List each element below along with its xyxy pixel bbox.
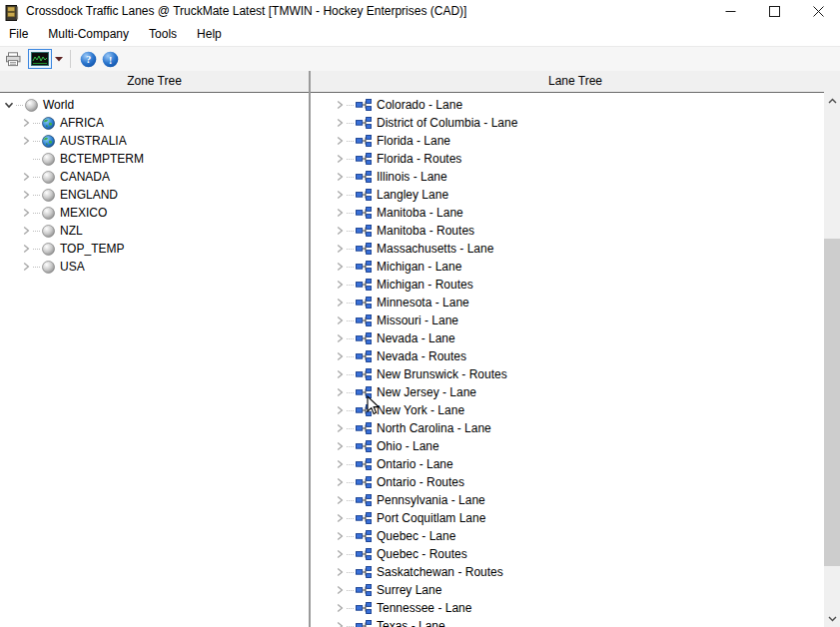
- tree-item[interactable]: Michigan - Routes: [311, 276, 824, 294]
- tree-item[interactable]: Missouri - Lane: [311, 312, 824, 329]
- tree-connector: [347, 590, 354, 591]
- minimize-button[interactable]: [708, 0, 752, 22]
- tree-item[interactable]: AUSTRALIA: [0, 132, 309, 150]
- tree-item[interactable]: Manitoba - Routes: [311, 222, 824, 240]
- chevron-right-icon[interactable]: [19, 226, 33, 236]
- tree-item[interactable]: ENGLAND: [0, 186, 309, 204]
- scrollbar-track[interactable]: [824, 109, 840, 610]
- globe-gray-icon: [42, 153, 55, 166]
- tree-item[interactable]: MEXICO: [0, 204, 309, 222]
- tree-item[interactable]: Tennessee - Lane: [311, 599, 824, 617]
- chevron-right-icon[interactable]: [19, 244, 33, 254]
- chevron-right-icon[interactable]: [333, 262, 347, 272]
- chevron-right-icon[interactable]: [333, 387, 347, 397]
- chevron-right-icon[interactable]: [333, 423, 347, 433]
- menu-help[interactable]: Help: [187, 22, 232, 46]
- chevron-right-icon[interactable]: [333, 315, 347, 325]
- chevron-right-icon[interactable]: [333, 477, 347, 487]
- tree-item[interactable]: CANADA: [0, 168, 309, 186]
- chevron-right-icon[interactable]: [333, 136, 347, 146]
- tree-item[interactable]: Ontario - Lane: [311, 455, 824, 473]
- report-selector-button[interactable]: [28, 49, 52, 69]
- chevron-right-icon[interactable]: [19, 118, 33, 128]
- chevron-right-icon[interactable]: [333, 190, 347, 200]
- tree-item[interactable]: Michigan - Lane: [311, 258, 824, 276]
- tree-item[interactable]: New York - Lane: [311, 401, 824, 419]
- tree-item[interactable]: Pennsylvania - Lane: [311, 491, 824, 509]
- chevron-right-icon[interactable]: [333, 549, 347, 559]
- tree-item[interactable]: Massachusetts - Lane: [311, 240, 824, 258]
- tree-item[interactable]: Port Coquitlam Lane: [311, 509, 824, 527]
- chevron-right-icon[interactable]: [333, 298, 347, 308]
- scroll-up-button[interactable]: [824, 92, 840, 109]
- chevron-right-icon[interactable]: [333, 100, 347, 110]
- chevron-right-icon[interactable]: [19, 190, 33, 200]
- tree-item[interactable]: New Brunswick - Routes: [311, 365, 824, 383]
- tree-item[interactable]: North Carolina - Lane: [311, 419, 824, 437]
- tree-item[interactable]: Colorado - Lane: [311, 96, 824, 114]
- report-dropdown-button[interactable]: [52, 48, 66, 70]
- chevron-down-icon[interactable]: [2, 100, 16, 110]
- chevron-right-icon[interactable]: [19, 172, 33, 182]
- scroll-down-button[interactable]: [824, 610, 840, 627]
- chevron-right-icon[interactable]: [333, 459, 347, 469]
- chevron-right-icon[interactable]: [333, 280, 347, 290]
- tree-item[interactable]: Minnesota - Lane: [311, 294, 824, 312]
- tree-item[interactable]: BCTEMPTERM: [0, 150, 309, 168]
- tree-item[interactable]: World: [0, 96, 309, 114]
- scrollbar-thumb[interactable]: [824, 239, 840, 566]
- tree-item[interactable]: Ohio - Lane: [311, 437, 824, 455]
- tree-item[interactable]: TOP_TEMP: [0, 240, 309, 258]
- chevron-right-icon[interactable]: [333, 603, 347, 613]
- menu-tools[interactable]: Tools: [139, 22, 187, 46]
- chevron-right-icon[interactable]: [19, 262, 33, 272]
- close-button[interactable]: [796, 0, 840, 22]
- tree-item[interactable]: USA: [0, 258, 309, 276]
- chevron-right-icon[interactable]: [333, 172, 347, 182]
- chevron-right-icon[interactable]: [333, 405, 347, 415]
- tree-item[interactable]: AFRICA: [0, 114, 309, 132]
- tree-item[interactable]: Langley Lane: [311, 186, 824, 204]
- vertical-scrollbar[interactable]: [824, 92, 840, 627]
- chevron-right-icon[interactable]: [333, 244, 347, 254]
- lane-network-icon: [356, 512, 372, 524]
- chevron-right-icon[interactable]: [333, 333, 347, 343]
- chevron-right-icon[interactable]: [333, 351, 347, 361]
- print-button[interactable]: [2, 48, 24, 70]
- tree-item[interactable]: Florida - Routes: [311, 150, 824, 168]
- tree-item[interactable]: Quebec - Lane: [311, 527, 824, 545]
- chevron-right-icon[interactable]: [333, 621, 347, 627]
- chevron-right-icon[interactable]: [19, 136, 33, 146]
- menu-multi-company[interactable]: Multi-Company: [38, 22, 139, 46]
- tree-item[interactable]: Manitoba - Lane: [311, 204, 824, 222]
- tree-item[interactable]: Florida - Lane: [311, 132, 824, 150]
- tree-item[interactable]: Texas - Lane: [311, 617, 824, 627]
- tree-connector: [347, 500, 354, 501]
- chevron-right-icon[interactable]: [333, 585, 347, 595]
- tree-item[interactable]: District of Columbia - Lane: [311, 114, 824, 132]
- chevron-right-icon[interactable]: [333, 531, 347, 541]
- chevron-right-icon[interactable]: [19, 208, 33, 218]
- chevron-right-icon[interactable]: [333, 208, 347, 218]
- chevron-right-icon[interactable]: [333, 118, 347, 128]
- tree-item[interactable]: Surrey Lane: [311, 581, 824, 599]
- chevron-right-icon[interactable]: [333, 513, 347, 523]
- chevron-right-icon[interactable]: [333, 226, 347, 236]
- menu-file[interactable]: File: [3, 22, 38, 46]
- tree-item[interactable]: Nevada - Routes: [311, 347, 824, 365]
- tree-item[interactable]: Saskatchewan - Routes: [311, 563, 824, 581]
- tree-item[interactable]: Illinois - Lane: [311, 168, 824, 186]
- tree-item[interactable]: Ontario - Routes: [311, 473, 824, 491]
- maximize-button[interactable]: [752, 0, 796, 22]
- tree-item[interactable]: Nevada - Lane: [311, 329, 824, 347]
- chevron-right-icon[interactable]: [333, 495, 347, 505]
- about-button[interactable]: !: [99, 48, 121, 70]
- tree-item[interactable]: New Jersey - Lane: [311, 383, 824, 401]
- chevron-right-icon[interactable]: [333, 567, 347, 577]
- chevron-right-icon[interactable]: [333, 441, 347, 451]
- tree-item[interactable]: Quebec - Routes: [311, 545, 824, 563]
- help-button[interactable]: ?: [77, 48, 99, 70]
- chevron-right-icon[interactable]: [333, 369, 347, 379]
- tree-item[interactable]: NZL: [0, 222, 309, 240]
- chevron-right-icon[interactable]: [333, 154, 347, 164]
